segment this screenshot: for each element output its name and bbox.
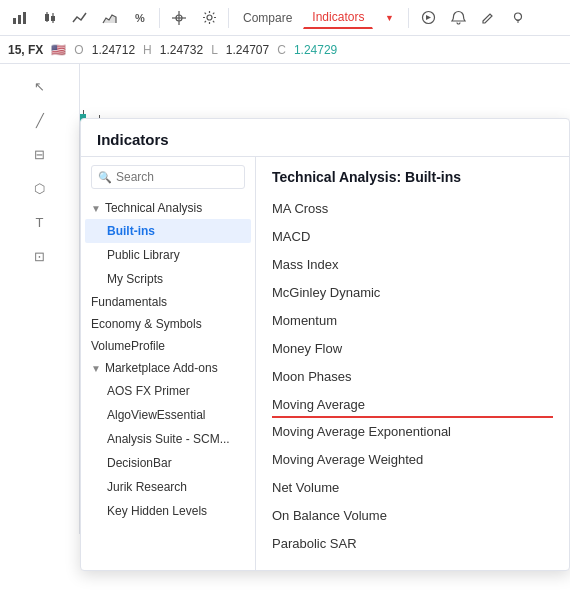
- technical-analysis-label: Technical Analysis: [105, 201, 202, 215]
- pencil-icon[interactable]: [474, 4, 502, 32]
- open-value: 1.24712: [92, 43, 135, 57]
- sidebar-item-algoview[interactable]: AlgoViewEssential: [85, 403, 251, 427]
- indicator-item-12[interactable]: Parabolic SAR: [272, 530, 553, 558]
- volume-profile-header[interactable]: VolumeProfile: [81, 335, 255, 357]
- indicator-item-0[interactable]: MA Cross: [272, 195, 553, 223]
- sidebar-item-aos-fx[interactable]: AOS FX Primer: [85, 379, 251, 403]
- high-label: H: [143, 43, 152, 57]
- chart-type-area-icon[interactable]: [96, 4, 124, 32]
- chart-info-bar: 15, FX 🇺🇸 O 1.24712 H 1.24732 L 1.24707 …: [0, 36, 570, 64]
- search-icon: 🔍: [98, 171, 112, 184]
- chart-type-bar-icon[interactable]: [6, 4, 34, 32]
- low-label: L: [211, 43, 218, 57]
- close-value: 1.24729: [294, 43, 337, 57]
- indicator-item-1[interactable]: MACD: [272, 223, 553, 251]
- shapes-icon[interactable]: ⬡: [26, 174, 54, 202]
- indicator-item-5[interactable]: Money Flow: [272, 335, 553, 363]
- indicator-item-6[interactable]: Moon Phases: [272, 363, 553, 391]
- chart-type-candle-icon[interactable]: [36, 4, 64, 32]
- volume-profile-label: VolumeProfile: [91, 339, 165, 353]
- indicator-item-7[interactable]: Moving Average: [272, 391, 553, 418]
- sidebar-item-public-library[interactable]: Public Library: [85, 243, 251, 267]
- chart-type-line-icon[interactable]: [66, 4, 94, 32]
- indicators-panel-body: 🔍 ▼ Technical Analysis Built-ins Public …: [81, 157, 569, 570]
- marketplace-addons-label: Marketplace Add-ons: [105, 361, 218, 375]
- indicators-sidebar: 🔍 ▼ Technical Analysis Built-ins Public …: [81, 157, 256, 570]
- main-toolbar: % Compare Indicators ▼: [0, 0, 570, 36]
- svg-point-10: [207, 15, 212, 20]
- cursor-tool-icon[interactable]: ↖: [26, 72, 54, 100]
- sidebar-item-analysis-suite[interactable]: Analysis Suite - SCM...: [85, 427, 251, 451]
- indicator-item-3[interactable]: McGinley Dynamic: [272, 279, 553, 307]
- low-value: 1.24707: [226, 43, 269, 57]
- chart-flag: 🇺🇸: [51, 43, 66, 57]
- replay-icon[interactable]: [414, 4, 442, 32]
- indicator-item-10[interactable]: Net Volume: [272, 474, 553, 502]
- search-box[interactable]: 🔍: [91, 165, 245, 189]
- percentage-icon[interactable]: %: [126, 4, 154, 32]
- compare-button[interactable]: Compare: [234, 7, 301, 29]
- fundamentals-header[interactable]: Fundamentals: [81, 291, 255, 313]
- economy-symbols-header[interactable]: Economy & Symbols: [81, 313, 255, 335]
- indicator-item-11[interactable]: On Balance Volume: [272, 502, 553, 530]
- svg-rect-2: [23, 12, 26, 24]
- technical-analysis-header[interactable]: ▼ Technical Analysis: [81, 197, 255, 219]
- text-icon[interactable]: T: [26, 208, 54, 236]
- indicator-item-4[interactable]: Momentum: [272, 307, 553, 335]
- technical-analysis-arrow-icon: ▼: [91, 203, 101, 214]
- divider-2: [228, 8, 229, 28]
- sidebar-item-my-scripts[interactable]: My Scripts: [85, 267, 251, 291]
- settings-gear-icon[interactable]: [195, 4, 223, 32]
- divider-3: [408, 8, 409, 28]
- crosshair-icon[interactable]: [165, 4, 193, 32]
- sidebar-item-key-hidden[interactable]: Key Hidden Levels: [85, 499, 251, 523]
- divider-1: [159, 8, 160, 28]
- chart-symbol: 15, FX: [8, 43, 43, 57]
- alert-icon[interactable]: [444, 4, 472, 32]
- fib-icon[interactable]: ⊟: [26, 140, 54, 168]
- indicators-content: Technical Analysis: Built-ins MA CrossMA…: [256, 157, 569, 570]
- measure-icon[interactable]: ⊡: [26, 242, 54, 270]
- marketplace-addons-arrow-icon: ▼: [91, 363, 101, 374]
- marketplace-addons-header[interactable]: ▼ Marketplace Add-ons: [81, 357, 255, 379]
- content-title: Technical Analysis: Built-ins: [272, 169, 553, 185]
- fundamentals-label: Fundamentals: [91, 295, 167, 309]
- sidebar-item-decisionbar[interactable]: DecisionBar: [85, 451, 251, 475]
- indicators-button[interactable]: Indicators: [303, 6, 373, 29]
- indicators-panel-title: Indicators: [81, 119, 569, 157]
- indicators-panel: Indicators 🔍 ▼ Technical Analysis Built-…: [80, 118, 570, 571]
- search-input[interactable]: [116, 170, 238, 184]
- high-value: 1.24732: [160, 43, 203, 57]
- sidebar-item-builtins[interactable]: Built-ins: [85, 219, 251, 243]
- svg-rect-0: [13, 18, 16, 24]
- trend-line-icon[interactable]: ╱: [26, 106, 54, 134]
- sidebar-item-jurik[interactable]: Jurik Research: [85, 475, 251, 499]
- left-toolbar: ↖ ╱ ⊟ ⬡ T ⊡: [0, 64, 80, 534]
- close-label: C: [277, 43, 286, 57]
- economy-symbols-label: Economy & Symbols: [91, 317, 202, 331]
- svg-point-12: [515, 13, 522, 20]
- indicator-list: MA CrossMACDMass IndexMcGinley DynamicMo…: [272, 195, 553, 558]
- svg-rect-1: [18, 15, 21, 24]
- open-label: O: [74, 43, 83, 57]
- indicator-item-9[interactable]: Moving Average Weighted: [272, 446, 553, 474]
- indicator-item-8[interactable]: Moving Average Exponentional: [272, 418, 553, 446]
- indicators-dropdown-icon[interactable]: ▼: [375, 4, 403, 32]
- idea-bulb-icon[interactable]: [504, 4, 532, 32]
- indicator-item-2[interactable]: Mass Index: [272, 251, 553, 279]
